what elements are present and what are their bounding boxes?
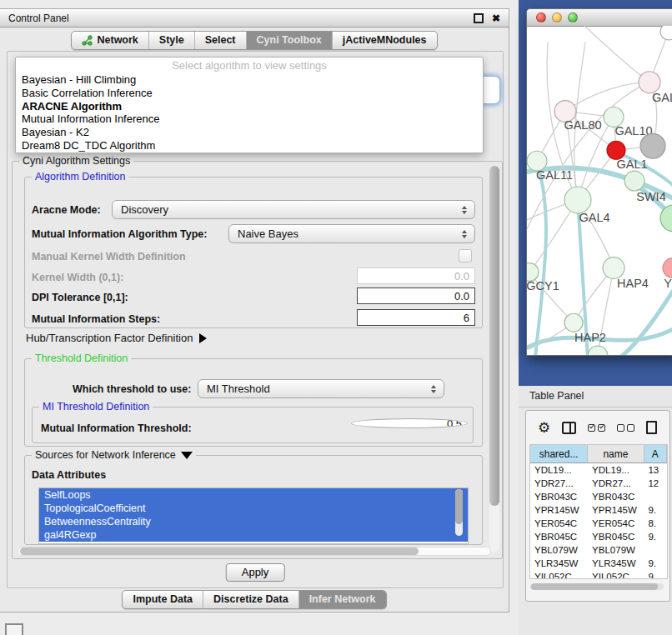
attribute-list-scrollbar[interactable]: [455, 489, 463, 536]
table-row[interactable]: YIL052CYIL052C9.: [530, 570, 667, 579]
table-cell[interactable]: YPR145W: [588, 503, 644, 517]
collapse-arrow-icon[interactable]: [181, 452, 193, 459]
table-cell[interactable]: YBL079W: [588, 543, 644, 557]
node-hap4[interactable]: [603, 258, 624, 279]
manual-kernel-checkbox[interactable]: [459, 249, 472, 262]
table-cell[interactable]: YBL079W: [530, 543, 588, 557]
tab-cyni-toolbox[interactable]: Cyni Toolbox: [246, 32, 332, 49]
table-row[interactable]: YBR043CYBR043C: [530, 490, 667, 503]
node-gal1[interactable]: [607, 141, 625, 159]
graph-edge[interactable]: [618, 291, 672, 355]
mi-threshold-field[interactable]: [351, 418, 468, 428]
settings-scrollbar[interactable]: [489, 166, 499, 552]
table-cell[interactable]: 9.: [644, 530, 667, 543]
table-row[interactable]: YLR345WYLR345W9.: [530, 557, 667, 570]
table-cell[interactable]: YBR043C: [588, 490, 644, 503]
table-cell[interactable]: YER054C: [588, 517, 644, 530]
settings-hscrollbar-thumb[interactable]: [20, 548, 419, 555]
data-attribute-item-betweennesscentrality[interactable]: BetweennessCentrality: [39, 515, 468, 528]
node-gcy1[interactable]: [527, 263, 539, 282]
table-cell[interactable]: YBR045C: [588, 530, 644, 543]
node-hap2[interactable]: [564, 313, 583, 332]
mi-type-combobox[interactable]: Naive Bayes: [228, 224, 475, 243]
table-cell[interactable]: [644, 490, 667, 503]
table-cell[interactable]: YBR043C: [530, 490, 588, 503]
graph-edge[interactable]: [584, 26, 649, 82]
dpi-tolerance-field[interactable]: [357, 288, 475, 304]
data-attribute-item-gal4rgexp[interactable]: gal4RGexp: [39, 528, 468, 542]
algorithm-option-dream8-dc-tdc-algorithm[interactable]: Dream8 DC_TDC Algorithm: [16, 139, 483, 152]
table-cell[interactable]: 9.: [644, 570, 667, 579]
table-row[interactable]: YPR145WYPR145W9.: [530, 503, 667, 517]
attribute-list-scrollbar-thumb[interactable]: [455, 489, 463, 524]
table-cell[interactable]: 9.: [644, 503, 667, 517]
network-graph-canvas[interactable]: GALGAL80GAL10GAL1GAL11SWI4GAL4GCY1HAP4YH…: [527, 26, 672, 355]
table-row[interactable]: YBR045CYBR045C9.: [530, 530, 667, 543]
table-cell[interactable]: YLR345W: [530, 557, 588, 570]
tab-discretize-data[interactable]: Discretize Data: [203, 591, 298, 608]
table-row[interactable]: YER054CYER054C8.: [530, 517, 667, 530]
gear-icon[interactable]: ⚙: [538, 421, 550, 435]
table-cell[interactable]: YDR27...: [588, 477, 644, 490]
node-swi4[interactable]: [624, 171, 644, 191]
float-panel-icon[interactable]: [474, 13, 484, 23]
table-cell[interactable]: YLR345W: [588, 557, 644, 570]
table-row[interactable]: YDL19...YDL19...13: [530, 463, 667, 477]
table-cell[interactable]: 9.: [644, 557, 667, 570]
tab-infer-network[interactable]: Infer Network: [298, 591, 386, 608]
tab-style[interactable]: Style: [148, 32, 194, 49]
zoom-window-icon[interactable]: [568, 12, 578, 22]
select-all-icon[interactable]: [588, 424, 605, 432]
split-columns-icon[interactable]: [562, 422, 576, 434]
close-window-icon[interactable]: [536, 12, 546, 22]
new-table-icon[interactable]: [646, 421, 657, 434]
table-cell[interactable]: YIL052C: [530, 570, 588, 579]
algorithm-option-bayesian-hill-climbing[interactable]: Bayesian - Hill Climbing: [16, 73, 483, 87]
table-cell[interactable]: YER054C: [530, 517, 588, 530]
mi-steps-field[interactable]: [357, 309, 475, 326]
table-cell[interactable]: 8.: [644, 517, 667, 530]
table-cell[interactable]: YDL19...: [588, 463, 644, 477]
node-partial-bottom[interactable]: [588, 346, 608, 355]
column-header-a[interactable]: A: [644, 445, 667, 462]
algorithm-option-bayesian-k2[interactable]: Bayesian - K2: [16, 126, 483, 139]
tab-select[interactable]: Select: [194, 32, 246, 49]
table-cell[interactable]: 12: [644, 477, 667, 490]
algorithm-option-basic-correlation-inference[interactable]: Basic Correlation Inference: [16, 87, 483, 100]
table-row[interactable]: YBL079WYBL079W: [530, 543, 667, 557]
tab-network[interactable]: Network: [72, 32, 148, 49]
table-hscrollbar-thumb[interactable]: [531, 583, 658, 590]
tab-impute-data[interactable]: Impute Data: [123, 591, 203, 608]
table-cell[interactable]: 13: [644, 463, 667, 477]
table-hscrollbar[interactable]: [530, 583, 664, 590]
node-gal4[interactable]: [564, 187, 591, 213]
node-pink-right[interactable]: [663, 258, 672, 278]
data-attribute-item-selfloops[interactable]: SelfLoops: [39, 488, 468, 502]
which-threshold-combobox[interactable]: MI Threshold: [198, 379, 444, 398]
column-header-name[interactable]: name: [588, 445, 644, 462]
network-graph[interactable]: GALGAL80GAL10GAL1GAL11SWI4GAL4GCY1HAP4YH…: [527, 26, 672, 355]
algorithm-option-mutual-information-inference[interactable]: Mutual Information Inference: [16, 112, 483, 126]
table-cell[interactable]: YBR045C: [530, 530, 588, 543]
minimized-panel-icon[interactable]: [5, 623, 23, 635]
apply-button[interactable]: Apply: [226, 563, 285, 582]
table-cell[interactable]: YDR27...: [530, 477, 588, 490]
settings-scrollbar-thumb[interactable]: [489, 166, 499, 506]
kernel-width-field[interactable]: [357, 268, 475, 284]
table-cell[interactable]: YPR145W: [530, 503, 588, 517]
aracne-mode-combobox[interactable]: Discovery: [112, 200, 475, 219]
node-gray[interactable]: [640, 133, 665, 158]
tab-jactivemnodules[interactable]: jActiveMNodules: [332, 32, 437, 49]
minimize-window-icon[interactable]: [552, 12, 562, 22]
table-cell[interactable]: [644, 543, 667, 557]
close-panel-icon[interactable]: ✖: [492, 13, 500, 23]
data-attribute-item-topologicalcoefficient[interactable]: TopologicalCoefficient: [39, 502, 468, 515]
table-row[interactable]: YDR27...YDR27...12: [530, 477, 667, 490]
hub-definition-expander[interactable]: Hub/Transcription Factor Definition: [26, 332, 207, 344]
table-cell[interactable]: YIL052C: [588, 570, 644, 579]
deselect-all-icon[interactable]: [617, 424, 634, 432]
settings-hscrollbar[interactable]: [18, 547, 491, 556]
graph-edge[interactable]: [535, 162, 546, 355]
table-cell[interactable]: YDL19...: [530, 463, 588, 477]
algorithm-option-aracne-algorithm[interactable]: ARACNE Algorithm: [16, 100, 483, 113]
